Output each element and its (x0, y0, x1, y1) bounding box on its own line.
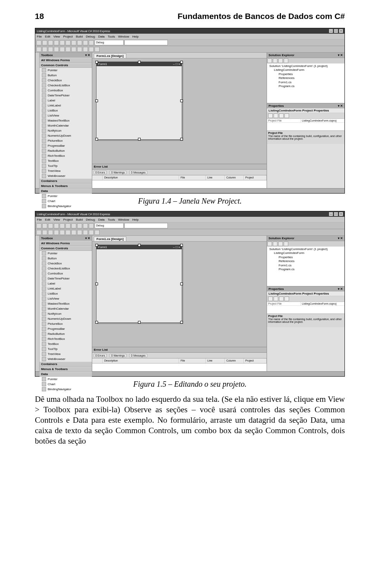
align-icon[interactable] (48, 47, 53, 52)
size-icon[interactable] (65, 47, 71, 52)
toolbox-item[interactable]: MaskedTextBox (40, 118, 92, 123)
toolbox-item[interactable]: NotifyIcon (40, 311, 92, 316)
toolbox-group-menus[interactable]: Menus & Toolbars (40, 367, 92, 372)
redo-icon[interactable] (83, 223, 88, 228)
errorlist-tabs[interactable]: 0 Errors 0 Warnings 0 Messages (92, 353, 267, 358)
tree-project[interactable]: ListingComIndexForm (269, 251, 343, 255)
properties-pane[interactable]: Properties ▾ ✕ ListingComIndexForm Proje… (267, 286, 344, 327)
ide-toolbar-1[interactable]: Debug (35, 39, 344, 46)
platform-dropdown[interactable] (124, 223, 168, 228)
properties-grid[interactable]: Project File ListingComIndexForm.csproj (267, 302, 344, 314)
undo-icon[interactable] (77, 40, 82, 45)
align-icon[interactable] (42, 230, 47, 235)
save-icon[interactable] (48, 223, 53, 228)
toolbox-item[interactable]: LinkLabel (40, 286, 92, 291)
toolbox-group-data[interactable]: Data (40, 189, 92, 194)
form-window[interactable]: Form1 – □ × (96, 62, 182, 140)
toolbox-item[interactable]: Chart (40, 382, 92, 387)
toolbox-item[interactable]: ListBox (40, 108, 92, 113)
form-window[interactable]: Form1 – □ × (96, 245, 182, 323)
menu-view[interactable]: View (53, 218, 60, 221)
tree-form[interactable]: Form1.cs (269, 81, 343, 84)
tab-messages[interactable]: 0 Messages (129, 171, 147, 174)
tab-form-design[interactable]: Form1.cs [Design] (94, 237, 126, 241)
toolbox-item[interactable]: ListBox (40, 291, 92, 296)
toolbox-item[interactable]: Pointer (40, 251, 92, 256)
new-icon[interactable] (36, 223, 41, 228)
toolbox-item[interactable]: DateTimePicker (40, 93, 92, 98)
save-all-icon[interactable] (54, 223, 59, 228)
toolbox-item[interactable]: RadioButton (40, 331, 92, 336)
order-icon[interactable] (89, 47, 94, 52)
toolbox-item[interactable]: PictureBox (40, 138, 92, 143)
space-icon[interactable] (71, 47, 76, 52)
minimize-icon[interactable]: – (329, 29, 333, 33)
menu-tools[interactable]: Tools (108, 218, 115, 221)
toolbox-item[interactable]: ProgressBar (40, 143, 92, 148)
ide-toolbar-1[interactable]: Debug (35, 223, 344, 229)
toolbox-item[interactable]: BindingNavigator (40, 387, 92, 392)
run-icon[interactable] (89, 223, 94, 228)
space-icon[interactable] (77, 47, 82, 52)
toolbox-item[interactable]: Button (40, 73, 92, 78)
toolbox-item[interactable]: Label (40, 98, 92, 103)
toolbox-item[interactable]: ListView (40, 113, 92, 118)
window-controls[interactable]: – □ × (329, 212, 343, 216)
open-icon[interactable] (42, 223, 47, 228)
property-value[interactable]: ListingComIndexForm.csproj (301, 119, 344, 122)
solution-toolbar[interactable] (267, 241, 344, 247)
pin-icon[interactable]: ▾ ✕ (338, 53, 343, 57)
ide-toolbar-2[interactable] (35, 229, 344, 236)
toolbox-group-all[interactable]: All Windows Forms (40, 58, 92, 63)
align-icon[interactable] (54, 47, 59, 52)
menu-build[interactable]: Build (76, 218, 83, 221)
properties-object[interactable]: ListingComIndexForm Project Properties (267, 108, 344, 113)
toolbox-pane[interactable]: Toolbox ▾ ✕ All Windows Forms Common Con… (40, 53, 92, 188)
document-tabs[interactable]: Form1.cs [Design] (92, 236, 267, 242)
toolbox-group-containers[interactable]: Containers (40, 178, 92, 183)
toolbox-item[interactable]: TreeView (40, 168, 92, 173)
properties-object[interactable]: ListingComIndexForm Project Properties (267, 291, 344, 296)
properties-toolbar[interactable] (267, 113, 344, 119)
space-icon[interactable] (77, 230, 82, 235)
toolbox-item[interactable]: ComboBox (40, 271, 92, 276)
toolbox-item[interactable]: WebBrowser (40, 173, 92, 178)
ide-menubar[interactable]: File Edit View Project Build Debug Data … (35, 217, 344, 223)
align-icon[interactable] (42, 47, 47, 52)
menu-debug[interactable]: Debug (86, 35, 95, 38)
menu-project[interactable]: Project (63, 218, 73, 221)
open-icon[interactable] (42, 40, 47, 45)
menu-window[interactable]: Window (118, 35, 129, 38)
tree-references[interactable]: References (269, 259, 343, 263)
toolbox-group-containers[interactable]: Containers (40, 362, 92, 367)
menu-tools[interactable]: Tools (108, 35, 115, 38)
solution-explorer[interactable]: Solution Explorer ▾ ✕ Solution 'ListingC… (267, 53, 344, 103)
order-icon[interactable] (95, 230, 100, 235)
toolbox-item[interactable]: ComboBox (40, 88, 92, 93)
paste-icon[interactable] (71, 223, 76, 228)
space-icon[interactable] (71, 230, 76, 235)
properties-toolbar[interactable] (267, 296, 344, 302)
solution-explorer[interactable]: Solution Explorer ▾ ✕ Solution 'ListingC… (267, 236, 344, 286)
toolbox-item[interactable]: RichTextBox (40, 153, 92, 158)
menu-edit[interactable]: Edit (45, 35, 50, 38)
toolbox-item[interactable]: Pointer (40, 377, 92, 382)
menu-data[interactable]: Data (98, 218, 105, 221)
menu-project[interactable]: Project (63, 35, 73, 38)
tab-messages[interactable]: 0 Messages (129, 354, 147, 357)
tab-warnings[interactable]: 0 Warnings (110, 354, 126, 357)
cut-icon[interactable] (60, 223, 65, 228)
toolbox-item[interactable]: Button (40, 256, 92, 261)
ide-menubar[interactable]: File Edit View Project Build Debug Data … (35, 34, 344, 39)
tab-warnings[interactable]: 0 Warnings (110, 171, 126, 174)
toolbox-item[interactable]: RadioButton (40, 148, 92, 153)
close-icon[interactable]: × (339, 212, 343, 216)
close-icon[interactable]: × (339, 29, 343, 33)
toolbox-item[interactable]: CheckBox (40, 261, 92, 266)
toolbox-item[interactable]: TextBox (40, 158, 92, 163)
toolbox-item[interactable]: Label (40, 281, 92, 286)
form-controls-icon[interactable]: – □ × (173, 62, 180, 66)
toolbox-item[interactable]: LinkLabel (40, 103, 92, 108)
toolbox-group-menus[interactable]: Menus & Toolbars (40, 183, 92, 189)
pin-icon[interactable]: ▾ ✕ (338, 104, 343, 108)
